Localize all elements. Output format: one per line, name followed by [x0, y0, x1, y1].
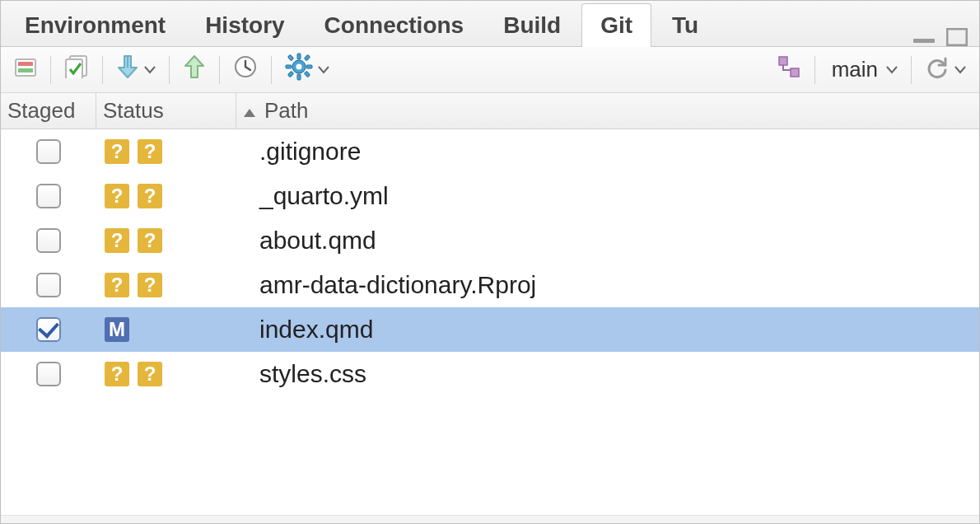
file-row[interactable]: ??about.qmd: [1, 218, 979, 263]
separator: [814, 56, 815, 84]
status-untracked-badge: ?: [138, 273, 162, 297]
file-row[interactable]: ??_quarto.yml: [1, 174, 979, 218]
svg-rect-19: [791, 68, 799, 77]
file-path: _quarto.yml: [236, 182, 979, 210]
dropdown-caret-icon: [886, 66, 898, 74]
separator: [169, 56, 170, 84]
svg-rect-13: [287, 54, 293, 60]
gear-icon: [285, 53, 313, 87]
status-cell: ??: [96, 139, 236, 164]
svg-rect-3: [18, 62, 33, 66]
column-label: Status: [103, 98, 164, 123]
refresh-icon: [925, 54, 950, 85]
column-label: Staged: [7, 98, 75, 123]
new-branch-button[interactable]: [772, 54, 806, 87]
tab-git[interactable]: Git: [581, 3, 651, 47]
commit-button[interactable]: [59, 54, 94, 87]
stage-checkbox[interactable]: [36, 139, 61, 164]
svg-rect-16: [287, 71, 293, 77]
svg-rect-6: [66, 59, 82, 78]
status-cell: ??: [96, 362, 236, 386]
tab-label: Connections: [324, 12, 464, 38]
dropdown-caret-icon: [144, 66, 156, 74]
tab-label: Environment: [25, 12, 166, 38]
svg-rect-15: [304, 54, 310, 60]
clock-icon: [233, 54, 258, 85]
minimize-pane-icon[interactable]: [912, 29, 938, 45]
column-path[interactable]: Path: [236, 93, 979, 129]
column-label: Path: [264, 98, 309, 124]
tab-label: Git: [600, 12, 632, 38]
pane-bottom-border: [1, 515, 979, 523]
svg-rect-9: [297, 54, 301, 59]
file-row[interactable]: ??amr-data-dictionary.Rproj: [1, 263, 979, 307]
status-modified-badge: M: [105, 317, 129, 342]
status-untracked-badge: ?: [138, 228, 162, 253]
pane-tab-bar: Environment History Connections Build Gi…: [1, 1, 979, 47]
tab-label: Build: [503, 12, 561, 38]
branch-selector[interactable]: main: [824, 54, 903, 87]
file-row[interactable]: ??styles.css: [1, 352, 979, 396]
pull-icon: [116, 54, 139, 85]
git-file-list: ??.gitignore??_quarto.yml??about.qmd??am…: [1, 129, 979, 515]
status-cell: ??: [96, 184, 236, 208]
history-button[interactable]: [228, 54, 263, 87]
svg-rect-0: [913, 39, 935, 43]
git-pane: Environment History Connections Build Gi…: [0, 0, 980, 524]
file-path: styles.css: [236, 360, 979, 388]
file-path: .gitignore: [236, 138, 979, 166]
status-cell: M: [96, 317, 236, 342]
tab-build[interactable]: Build: [484, 3, 580, 47]
svg-rect-12: [306, 65, 312, 68]
status-untracked-badge: ?: [105, 273, 129, 297]
separator: [219, 56, 220, 84]
sort-ascending-icon: [243, 98, 256, 124]
file-row[interactable]: Mindex.qmd: [1, 307, 979, 352]
push-button[interactable]: [178, 54, 211, 87]
svg-rect-1: [947, 29, 967, 45]
separator: [911, 56, 912, 84]
status-untracked-badge: ?: [138, 139, 162, 164]
separator: [50, 56, 51, 84]
file-row[interactable]: ??.gitignore: [1, 129, 979, 174]
file-path: about.qmd: [236, 227, 979, 255]
status-untracked-badge: ?: [138, 184, 162, 208]
tab-tutorial[interactable]: Tutorial: [653, 3, 699, 47]
diff-button[interactable]: [9, 54, 42, 87]
svg-rect-18: [779, 57, 787, 65]
file-path: index.qmd: [236, 316, 979, 344]
stage-checkbox[interactable]: [36, 362, 61, 386]
stage-checkbox[interactable]: [36, 184, 61, 208]
svg-point-17: [296, 64, 302, 70]
dropdown-caret-icon: [318, 66, 329, 74]
status-untracked-badge: ?: [105, 139, 129, 164]
status-untracked-badge: ?: [105, 228, 129, 253]
git-table-header: Staged Status Path: [1, 93, 979, 129]
column-staged[interactable]: Staged: [1, 93, 96, 129]
commit-icon: [64, 55, 89, 84]
tab-connections[interactable]: Connections: [306, 3, 483, 47]
diff-icon: [14, 57, 37, 83]
stage-checkbox[interactable]: [36, 228, 61, 253]
svg-rect-4: [18, 68, 33, 73]
refresh-button[interactable]: [920, 54, 971, 87]
stage-checkbox[interactable]: [36, 317, 61, 342]
separator: [102, 56, 103, 84]
svg-rect-14: [304, 71, 310, 77]
column-status[interactable]: Status: [96, 93, 236, 129]
branch-name: main: [828, 57, 881, 82]
pane-window-controls: [912, 28, 979, 46]
git-toolbar: main: [1, 47, 979, 93]
svg-rect-10: [297, 74, 301, 80]
status-untracked-badge: ?: [105, 184, 129, 208]
file-path: amr-data-dictionary.Rproj: [236, 271, 979, 299]
tab-history[interactable]: History: [186, 3, 303, 47]
tab-label: Tutorial: [672, 12, 699, 38]
svg-rect-11: [286, 65, 292, 68]
stage-checkbox[interactable]: [36, 273, 61, 297]
maximize-pane-icon[interactable]: [946, 28, 968, 46]
pull-button[interactable]: [111, 54, 161, 87]
tab-environment[interactable]: Environment: [6, 3, 184, 47]
more-button[interactable]: [280, 54, 334, 87]
branch-icon: [777, 54, 801, 85]
